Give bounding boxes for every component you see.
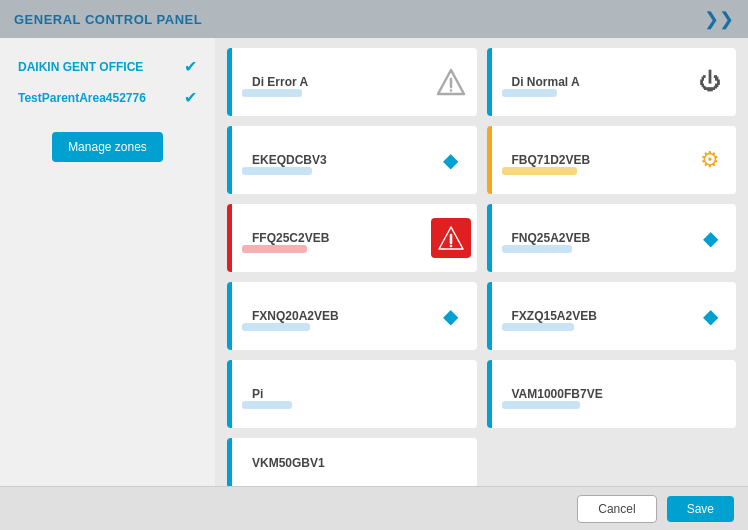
device-grid: Di Error A Di Normal A ⏻ [215,38,748,486]
device-card-fnq25a2veb[interactable]: FNQ25A2VEB ◆ [487,204,737,272]
device-card-fxnq20a2veb[interactable]: FXNQ20A2VEB ◆ [227,282,477,350]
device-icon-area [684,360,736,428]
blur-bar [242,401,292,409]
check-icon: ✔ [184,57,197,76]
blur-bar [242,245,307,253]
header-title: GENERAL CONTROL PANEL [14,12,202,27]
header: GENERAL CONTROL PANEL ❯❯ [0,0,748,38]
device-card-fbq71d2veb[interactable]: FBQ71D2VEB ⚙ [487,126,737,194]
check-icon: ✔ [184,88,197,107]
diamond-icon: ◆ [703,304,718,328]
diamond-icon: ◆ [443,148,458,172]
diamond-icon: ◆ [703,226,718,250]
blur-bar [502,401,580,409]
gear-icon: ⚙ [700,147,720,173]
sidebar: DAIKIN GENT OFFICE ✔ TestParentArea45277… [0,38,215,486]
power-icon: ⏻ [699,69,721,95]
blur-bar [502,323,574,331]
device-icon-area: ◆ [425,126,477,194]
svg-point-5 [449,245,452,248]
collapse-icon[interactable]: ❯❯ [704,8,734,30]
device-icon-area [425,438,477,486]
blur-bar [502,89,557,97]
device-card-vam1000fb7ve[interactable]: VAM1000FB7VE [487,360,737,428]
device-icon-area [425,204,477,272]
manage-zones-button[interactable]: Manage zones [52,132,163,162]
blur-bar [502,245,572,253]
warning-icon [433,64,469,100]
cancel-button[interactable]: Cancel [577,495,656,523]
sidebar-item-daikin[interactable]: DAIKIN GENT OFFICE ✔ [10,52,205,81]
device-icon-area [425,360,477,428]
device-icon-area: ⚙ [684,126,736,194]
svg-point-2 [449,89,452,92]
device-icon-area: ◆ [425,282,477,350]
device-card-pi[interactable]: Pi [227,360,477,428]
blur-bar [502,167,577,175]
device-icon-area: ◆ [684,204,736,272]
sidebar-item-label: DAIKIN GENT OFFICE [18,60,143,74]
device-card-fxzq15a2veb[interactable]: FXZQ15A2VEB ◆ [487,282,737,350]
device-icon-area: ⏻ [684,48,736,116]
bottom-bar: Cancel Save [0,486,748,530]
save-button[interactable]: Save [667,496,734,522]
device-card-vkm50gbv1[interactable]: VKM50GBV1 [227,438,477,486]
warning-red-icon [431,218,471,258]
blur-bar [242,167,312,175]
main-area: DAIKIN GENT OFFICE ✔ TestParentArea45277… [0,38,748,486]
diamond-icon: ◆ [443,304,458,328]
sidebar-item-testparent[interactable]: TestParentArea452776 ✔ [10,83,205,112]
sidebar-item-label: TestParentArea452776 [18,91,146,105]
device-name: VKM50GBV1 [242,448,415,478]
device-icon-area: ◆ [684,282,736,350]
device-card-di-normal-a[interactable]: Di Normal A ⏻ [487,48,737,116]
blur-bar [242,89,302,97]
device-card-ffq25c2veb[interactable]: FFQ25C2VEB [227,204,477,272]
blur-bar [242,323,310,331]
device-card-di-error-a[interactable]: Di Error A [227,48,477,116]
device-icon-area [425,48,477,116]
device-card-ekeqdcbv3[interactable]: EKEQDCBV3 ◆ [227,126,477,194]
